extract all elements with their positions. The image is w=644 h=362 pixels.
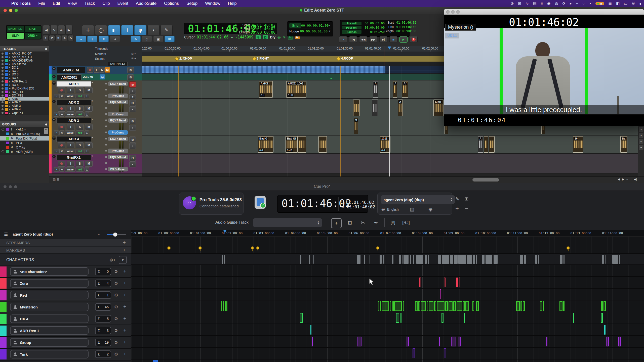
duplicate-session-button[interactable]: ⊞	[464, 196, 469, 202]
fit-button[interactable]: ◀|	[634, 177, 637, 181]
cuesheet-sync-icon[interactable]: ✓	[255, 196, 266, 209]
asterisk-icon[interactable]: ✳	[283, 35, 286, 39]
search-icon[interactable]: ◌	[582, 2, 585, 6]
comments-button[interactable]: ≡	[129, 143, 136, 149]
cue-clip[interactable]	[434, 301, 436, 311]
cue-clip[interactable]	[394, 301, 402, 311]
elastic-icon[interactable]: ✳	[59, 149, 64, 153]
magnifier-tool[interactable]: ◯	[95, 25, 107, 35]
character-row-mysterion[interactable]: MysterionΣ46⚙+	[0, 301, 131, 313]
overview-cue-bar[interactable]	[454, 255, 458, 264]
character-count-box[interactable]: Σ0	[95, 268, 111, 275]
input-monitor-button[interactable]: I	[94, 67, 99, 73]
cue-clip[interactable]	[604, 325, 606, 335]
cue-clip[interactable]	[601, 313, 603, 323]
scene-marker-diamond[interactable]	[252, 57, 257, 61]
main-counter[interactable]: 01:01:46:02 ▼ Start End Length 01:01:46:…	[184, 23, 277, 34]
number-cues-button[interactable]: [#]	[388, 218, 398, 227]
add-streamer-button[interactable]: +	[123, 240, 126, 246]
character-count-box[interactable]: Σ19	[95, 339, 111, 346]
go-to-end-button[interactable]: ▶|	[379, 36, 387, 43]
track-name[interactable]: ADR 1	[56, 81, 91, 87]
insert-power-dot[interactable]	[105, 107, 107, 109]
play-button[interactable]: ▶	[399, 36, 408, 43]
track-header-adr4[interactable]: ▼ADR 4▼ISM◔✳wavered⊥EQ3 7-BandProComp⊡≡	[49, 135, 142, 154]
insert-power-dot[interactable]	[105, 125, 107, 127]
cue-clip[interactable]	[439, 337, 440, 346]
overview-cue-bar[interactable]	[410, 255, 411, 264]
grid-value[interactable]: 00:00:00:01.00	[301, 24, 329, 27]
name-dropdown-icon[interactable]: ▼	[91, 155, 93, 157]
character-name-field[interactable]: Group	[10, 338, 89, 347]
track-header-amxz601[interactable]: ▼AMXZ60123.976◎⊡	[49, 74, 142, 81]
overview-cue-bar[interactable]	[364, 255, 365, 264]
cue-clip[interactable]	[396, 313, 399, 323]
character-name-field[interactable]: Zero	[10, 279, 89, 288]
solo-button[interactable]: S	[76, 161, 84, 167]
insert-eq3-7-band[interactable]: EQ3 7-Band	[108, 81, 128, 86]
overview-cue-bar[interactable]	[380, 255, 382, 264]
counter-dropdown-icon[interactable]: ▼	[231, 27, 234, 30]
overview-cue-bar[interactable]	[300, 255, 301, 264]
audio-guide-select[interactable]: ▴▾	[253, 218, 322, 227]
mute-button[interactable]: M	[85, 142, 93, 148]
apple-menu[interactable]	[0, 0, 8, 7]
insert-eq3-7-band[interactable]: EQ3 7-Band	[108, 137, 128, 141]
insertion-follows-button[interactable]: ⇒	[110, 36, 120, 42]
cue-marker[interactable]	[251, 246, 254, 250]
sidebar-track-prd-dx-prd-dx-[interactable]: ▸Prd DX (Prd DX)	[0, 87, 49, 90]
name-dropdown-icon[interactable]: ▼	[91, 118, 93, 121]
insert-power-dot[interactable]	[105, 168, 107, 170]
script-icon[interactable]: ▤	[410, 206, 414, 212]
gear-icon[interactable]: ⚙	[114, 269, 118, 274]
overview-cue-bar[interactable]	[564, 255, 565, 264]
slip-mode-button[interactable]: SLIP	[7, 33, 24, 39]
scroll-left-button[interactable]: ◀	[618, 177, 620, 181]
spot-mode-button[interactable]: SPOT	[25, 26, 41, 32]
cue-clip[interactable]	[618, 337, 621, 346]
character-count-box[interactable]: Σ46	[95, 303, 111, 311]
overview-cue-bar[interactable]	[476, 255, 477, 264]
scroll-right-button[interactable]: ▶	[622, 177, 624, 181]
cue-clip[interactable]	[445, 301, 448, 311]
add-cue-for-character-button[interactable]: +	[123, 351, 126, 357]
globe-icon[interactable]: ◍	[555, 1, 558, 6]
track-show-dot[interactable]	[2, 60, 4, 62]
mute-button[interactable]: M	[85, 87, 93, 93]
cue-clip[interactable]	[463, 301, 465, 311]
pre-roll-button[interactable]: Pre-roll	[342, 22, 361, 25]
track-show-dot[interactable]	[2, 67, 4, 69]
character-count-box[interactable]: Σ1	[95, 291, 111, 299]
filter-list-icon[interactable]: ☰	[4, 232, 8, 237]
markers-ruler-label[interactable]: Markers	[95, 52, 106, 56]
cue-clip[interactable]	[458, 337, 461, 346]
audio-clip-bad-g[interactable]: Bad G0 d	[258, 136, 273, 153]
cue-row-adr-rec-1[interactable]	[131, 324, 644, 336]
chevron-down-icon[interactable]: ◉	[45, 48, 47, 50]
track-show-dot[interactable]	[2, 105, 4, 107]
scene-marker-label[interactable]: 4.ROOF	[341, 57, 353, 60]
zoom-preset-1[interactable]: 1	[43, 35, 49, 41]
add-cue-for-character-button[interactable]: +	[123, 292, 126, 298]
headset-icon[interactable]: ◔	[589, 2, 591, 6]
video-sync-button[interactable]: ◎	[100, 74, 105, 79]
solo-button[interactable]: S	[76, 142, 84, 148]
input-monitor-button[interactable]: I	[67, 142, 74, 148]
timebase-icon[interactable]: ◔	[54, 130, 59, 135]
cue-clip[interactable]	[427, 301, 428, 311]
input-monitor-button[interactable]: I	[67, 124, 74, 130]
sidebar-track-dx-4[interactable]: ▸DX 4	[0, 76, 49, 80]
cue-clip[interactable]	[223, 301, 224, 311]
comments-button[interactable]: ≡	[129, 106, 136, 112]
audio-clip[interactable]	[489, 136, 495, 153]
elastic-icon[interactable]: ✳	[59, 112, 64, 117]
overview-cue-bar[interactable]	[226, 255, 226, 264]
cue-clip[interactable]	[406, 337, 409, 346]
audio-clip[interactable]	[484, 136, 488, 153]
playlist-wave-button[interactable]: wave	[65, 149, 75, 153]
groups-panel-header[interactable]: GROUPS◉	[0, 121, 49, 127]
gear-icon[interactable]: ⚙	[114, 340, 118, 345]
solo-button[interactable]: S	[76, 124, 84, 130]
cue-playhead-arrow[interactable]	[223, 230, 226, 233]
elastic-icon[interactable]: ✳	[59, 130, 64, 135]
